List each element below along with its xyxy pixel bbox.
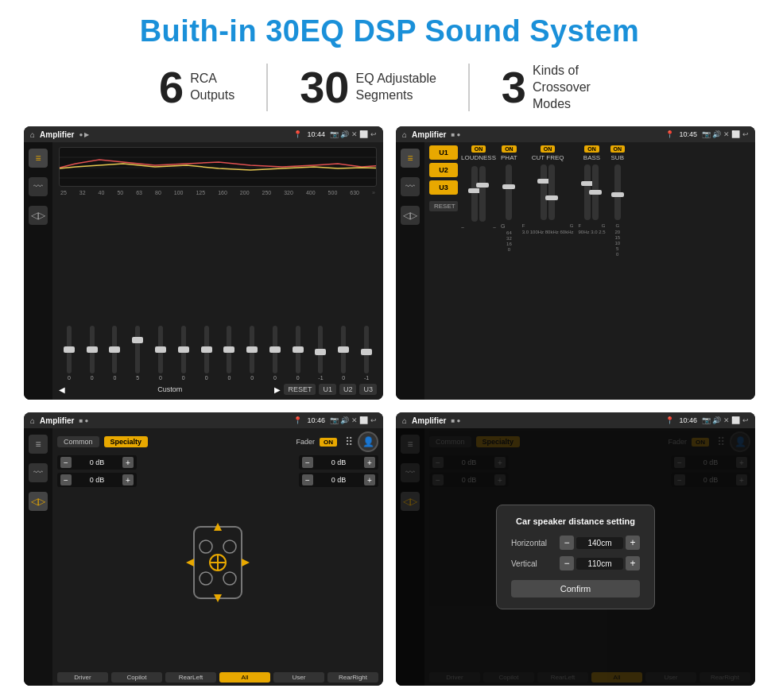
eq-u2-btn[interactable]: U2	[339, 384, 357, 395]
screen-eq: ⌂ Amplifier ● ▶ 📍 10:44 📷 🔊 ✕ ⬜ ↩ ≡ 〰 ◁▷	[24, 126, 383, 400]
db-plus-2[interactable]: +	[122, 474, 134, 485]
preset-u3[interactable]: U3	[429, 180, 458, 195]
eq-sidebar-icon[interactable]: ≡	[29, 149, 48, 168]
loudness-on[interactable]: ON	[471, 145, 486, 153]
loudness-slider2[interactable]	[479, 166, 486, 222]
status-bar-2: ⌂ Amplifier ■ ● 📍 10:45 📷 🔊 ✕ ⬜ ↩	[396, 126, 755, 142]
eq-reset-btn[interactable]: RESET	[284, 384, 316, 395]
channel-bass: ON BASS	[578, 145, 605, 234]
screen2-time: 10:45	[679, 130, 697, 138]
eq-next-btn[interactable]: ▶	[274, 385, 281, 394]
page-wrapper: Buith-in 30EQ DSP Sound System 6 RCAOutp…	[0, 0, 779, 700]
eq-slider-0: 0	[59, 326, 79, 381]
car-diagram	[141, 455, 294, 669]
db-row-4: − 0 dB +	[299, 473, 378, 487]
screen1-icons: 📷 🔊 ✕ ⬜ ↩	[330, 130, 377, 138]
loudness-slider[interactable]	[471, 166, 478, 222]
eq-freq-labels: 2532 4050 6380 100125 160200 250320 4005…	[59, 190, 377, 195]
dialog-vertical-value: 110cm	[576, 558, 623, 570]
dialog-horizontal-plus[interactable]: +	[626, 536, 640, 550]
eq-prev-btn[interactable]: ◀	[59, 385, 65, 394]
eq-sidebar-icon-3[interactable]: ≡	[29, 435, 48, 454]
stat-rca-label: RCAOutputs	[190, 71, 234, 104]
speaker-sidebar-icon[interactable]: ◁▷	[29, 206, 48, 225]
btn-all[interactable]: All	[219, 672, 270, 683]
btn-rearleft[interactable]: RearLeft	[165, 672, 216, 683]
eq-slider-4: 0	[150, 326, 171, 381]
home-icon-1[interactable]: ⌂	[30, 130, 35, 139]
db-row-3: − 0 dB +	[299, 455, 378, 470]
home-icon-3[interactable]: ⌂	[30, 416, 35, 425]
dialog-horizontal-label: Horizontal	[511, 539, 555, 547]
user-avatar[interactable]: 👤	[358, 431, 378, 452]
sub-slider[interactable]	[614, 164, 621, 220]
dialog-confirm-button[interactable]: Confirm	[511, 580, 640, 598]
amp2-reset[interactable]: RESET	[429, 201, 458, 211]
fader-sliders-icon: ⠿	[345, 435, 353, 448]
dialog-box: Car speaker distance setting Horizontal …	[496, 505, 655, 609]
screen2-title: Amplifier	[412, 130, 446, 139]
btn-driver[interactable]: Driver	[57, 672, 108, 683]
stat-crossover-label: Kinds ofCrossover Modes	[533, 63, 620, 112]
preset-u2[interactable]: U2	[429, 163, 458, 177]
btn-rearright[interactable]: RearRight	[327, 672, 378, 683]
db-value-3: 0 dB	[316, 458, 362, 466]
db-plus-1[interactable]: +	[122, 457, 134, 468]
screen4-icons: 📷 🔊 ✕ ⬜ ↩	[702, 416, 749, 424]
eq-custom-label: Custom	[68, 385, 271, 393]
fader-bottom: Driver Copilot RearLeft All User RearRig…	[57, 672, 378, 683]
tab-specialty[interactable]: Specialty	[104, 436, 149, 447]
db-minus-4[interactable]: −	[302, 474, 313, 485]
eq-slider-11: -1	[311, 326, 331, 381]
svg-point-6	[200, 572, 212, 585]
dialog-row-horizontal: Horizontal − 140cm +	[511, 536, 640, 550]
dialog-vertical-minus[interactable]: −	[560, 556, 574, 570]
db-plus-4[interactable]: +	[364, 474, 375, 485]
db-minus-1[interactable]: −	[60, 457, 72, 468]
speaker-sidebar-icon-2[interactable]: ◁▷	[401, 206, 420, 225]
eq-u1-btn[interactable]: U1	[319, 384, 336, 395]
eq-slider-5: 0	[173, 326, 194, 381]
eq-sidebar-icon-2[interactable]: ≡	[401, 149, 420, 168]
channel-phat: ON PHAT G 64 32	[501, 145, 517, 252]
sub-on[interactable]: ON	[610, 145, 626, 153]
screen3-icons: 📷 🔊 ✕ ⬜ ↩	[330, 416, 377, 424]
btn-user[interactable]: User	[273, 672, 324, 683]
eq-slider-6: 0	[196, 326, 217, 381]
home-icon-4[interactable]: ⌂	[402, 416, 407, 425]
phat-label: PHAT	[501, 154, 517, 161]
bass-on[interactable]: ON	[584, 145, 599, 153]
wave-sidebar-icon-3[interactable]: 〰	[29, 463, 48, 482]
speaker-sidebar-icon-3[interactable]: ◁▷	[29, 492, 48, 511]
channel-loudness: ON LOUDNESS	[461, 145, 496, 230]
preset-u1[interactable]: U1	[429, 145, 458, 160]
cutfreq-slider2[interactable]	[548, 164, 555, 220]
home-icon-2[interactable]: ⌂	[402, 130, 407, 139]
phat-slider[interactable]	[506, 164, 512, 220]
svg-point-7	[223, 572, 236, 585]
cutfreq-on[interactable]: ON	[541, 145, 556, 153]
wave-sidebar-icon-2[interactable]: 〰	[401, 177, 420, 196]
db-minus-3[interactable]: −	[302, 457, 313, 468]
location-icon-3: 📍	[293, 416, 302, 424]
eq-slider-7: 0	[219, 326, 239, 381]
bass-slider2[interactable]	[592, 164, 599, 220]
eq-slider-9: 0	[265, 326, 285, 381]
eq-graph-svg	[60, 148, 376, 186]
location-icon-1: 📍	[293, 130, 302, 138]
dialog-vertical-plus[interactable]: +	[626, 556, 640, 570]
btn-copilot[interactable]: Copilot	[111, 672, 162, 683]
dialog-horizontal-minus[interactable]: −	[560, 536, 574, 550]
phat-on[interactable]: ON	[502, 145, 517, 153]
eq-slider-10: 0	[288, 326, 308, 381]
eq-u3-btn[interactable]: U3	[359, 384, 377, 395]
cutfreq-slider1[interactable]	[541, 164, 547, 220]
db-minus-2[interactable]: −	[60, 474, 72, 485]
eq-main: 2532 4050 6380 100125 160200 250320 4005…	[52, 142, 383, 400]
page-title: Buith-in 30EQ DSP Sound System	[140, 14, 640, 48]
wave-sidebar-icon[interactable]: 〰	[29, 177, 48, 196]
fader-on-toggle[interactable]: ON	[320, 438, 337, 447]
db-plus-3[interactable]: +	[364, 457, 375, 468]
stat-eq: 30 EQ AdjustableSegments	[268, 65, 468, 110]
tab-common[interactable]: Common	[57, 436, 99, 447]
